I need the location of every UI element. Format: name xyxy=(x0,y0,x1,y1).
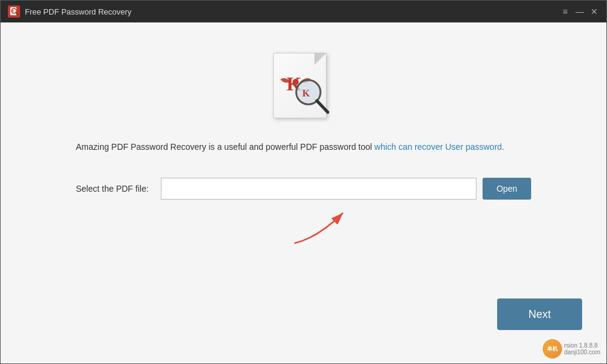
description-text-main: Amazing PDF Password Recovery is a usefu… xyxy=(76,142,375,152)
title-bar: K Free PDF Password Recovery ≡ — ✕ xyxy=(1,1,606,22)
close-button[interactable]: ✕ xyxy=(589,7,599,16)
file-select-row: Select the PDF file: Open xyxy=(76,178,531,200)
next-button-row: Next xyxy=(497,298,582,330)
next-button[interactable]: Next xyxy=(497,298,582,330)
watermark-text: rsion 1.8.8.8 danji100.com xyxy=(565,342,600,356)
svg-line-8 xyxy=(317,101,328,112)
window-controls: ≡ — ✕ xyxy=(560,7,599,16)
description-highlight: which can recover User password. xyxy=(375,142,504,152)
menu-button[interactable]: ≡ xyxy=(560,7,570,16)
window-title: Free PDF Password Recovery xyxy=(25,7,560,16)
watermark-site: danji100.com xyxy=(565,349,600,356)
svg-point-5 xyxy=(293,79,299,85)
application-window: K Free PDF Password Recovery ≡ — ✕ K xyxy=(0,0,607,364)
minimize-button[interactable]: — xyxy=(575,7,585,16)
pdf-file-input[interactable] xyxy=(161,178,476,200)
svg-text:K: K xyxy=(302,88,310,98)
main-content: K K Amazing PDF Password Recovery is a u… xyxy=(1,22,606,363)
app-icon-graphic: K K xyxy=(273,53,334,123)
svg-text:K: K xyxy=(12,9,15,13)
arrow-annotation xyxy=(282,201,379,249)
magnifier-graphic: K K xyxy=(273,53,334,123)
watermark: 单机 rsion 1.8.8.8 danji100.com xyxy=(543,339,600,359)
watermark-version: rsion 1.8.8.8 xyxy=(565,342,600,349)
open-button[interactable]: Open xyxy=(483,178,531,200)
app-icon: K xyxy=(8,5,20,18)
app-logo: K K xyxy=(273,53,334,123)
file-select-label: Select the PDF file: xyxy=(76,184,155,194)
description-section: Amazing PDF Password Recovery is a usefu… xyxy=(76,141,531,153)
watermark-circle: 单机 xyxy=(543,339,562,359)
